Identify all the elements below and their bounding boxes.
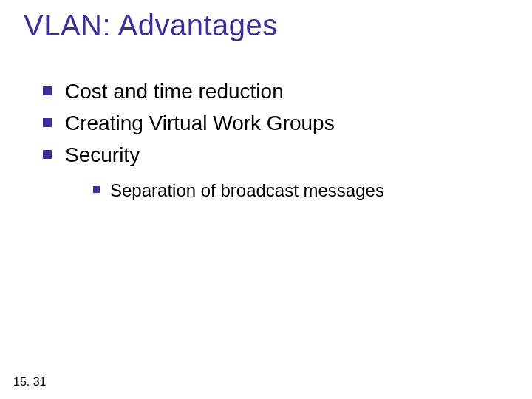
- sublist-item-text: Separation of broadcast messages: [110, 180, 384, 202]
- list-item: Security: [43, 142, 502, 168]
- list-item-text: Cost and time reduction: [65, 78, 284, 104]
- square-bullet-icon: [43, 118, 52, 127]
- slide-number: 15. 31: [13, 375, 46, 389]
- list-item-text: Security: [65, 142, 140, 168]
- square-bullet-icon: [93, 186, 100, 193]
- list-item-text: Creating Virtual Work Groups: [65, 110, 335, 136]
- list-item: Cost and time reduction: [43, 78, 502, 104]
- slide: VLAN: Advantages Cost and time reduction…: [0, 0, 532, 399]
- list-item: Creating Virtual Work Groups: [43, 110, 502, 136]
- sublist: Separation of broadcast messages: [93, 180, 502, 202]
- square-bullet-icon: [43, 150, 52, 159]
- slide-body: Cost and time reduction Creating Virtual…: [43, 78, 502, 206]
- sublist-item: Separation of broadcast messages: [93, 180, 502, 202]
- slide-title: VLAN: Advantages: [24, 9, 278, 42]
- square-bullet-icon: [43, 86, 52, 95]
